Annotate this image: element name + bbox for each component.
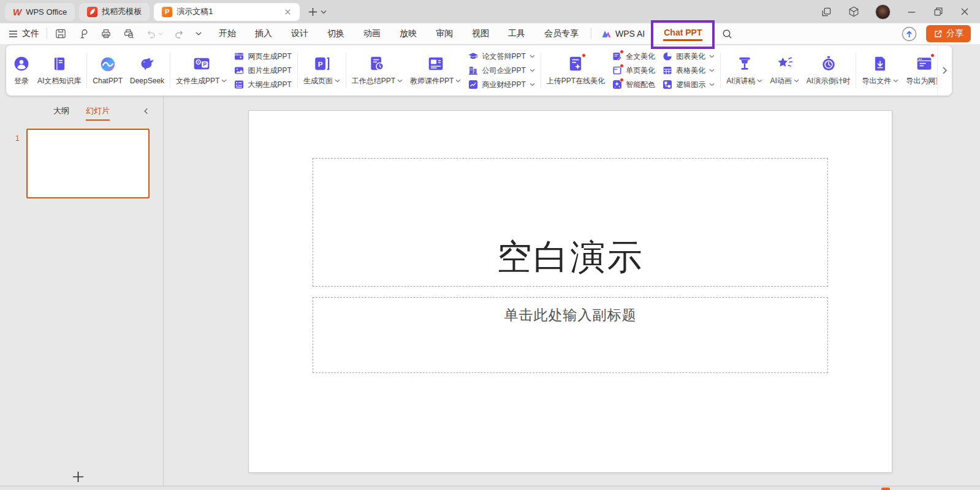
deepseek-button[interactable]: DeepSeek: [130, 56, 164, 85]
trend-chart-icon: [468, 80, 478, 89]
export-web-label: 导出为网页: [906, 76, 937, 86]
ai-speech-button[interactable]: AI演讲稿: [726, 55, 762, 86]
full-text-beautify-label: 全文美化: [626, 51, 655, 62]
chart-beautify-item[interactable]: 图表美化: [663, 51, 715, 62]
company-ppt-item[interactable]: 公司企业PPT: [468, 65, 534, 77]
work-summary-ppt-button[interactable]: 工作总结PPT: [352, 55, 403, 86]
minimize-icon[interactable]: [906, 6, 917, 18]
chevron-down-icon: [335, 79, 340, 83]
menu-item-insert[interactable]: 插入: [255, 28, 272, 39]
menu-item-slideshow[interactable]: 放映: [400, 28, 417, 39]
building-icon: [468, 66, 478, 75]
export-web-button[interactable]: 导出为网页: [906, 55, 937, 86]
logic-diagram-item[interactable]: 逻辑图示: [663, 79, 715, 91]
tab-slides[interactable]: 幻灯片: [86, 105, 110, 121]
save-icon[interactable]: [55, 28, 67, 40]
print-icon[interactable]: [100, 28, 112, 40]
doc-pencil-icon: [612, 51, 622, 61]
search-icon[interactable]: [721, 28, 733, 40]
file-to-ppt-button[interactable]: P 文件生成PPT: [176, 55, 227, 86]
single-page-icon: [612, 66, 622, 75]
menu-item-transition[interactable]: 切换: [327, 28, 344, 39]
ai-doc-knowledge-base-label: AI文档知识库: [37, 76, 81, 86]
add-slide-button[interactable]: [72, 470, 85, 483]
business-finance-ppt-item[interactable]: 商业财经PPT: [468, 79, 534, 91]
file-menu-button[interactable]: 文件: [9, 28, 39, 39]
ai-animation-button[interactable]: AI动画: [770, 55, 799, 86]
outline-to-ppt-item[interactable]: 大纲生成PPT: [234, 79, 291, 91]
tab-wps-office[interactable]: W WPS Office: [5, 3, 75, 21]
ribbon-expand-button[interactable]: [937, 45, 952, 96]
web-to-ppt-label: 网页生成PPT: [248, 51, 291, 62]
menu-item-animation[interactable]: 动画: [363, 28, 381, 39]
image-to-ppt-item[interactable]: 图片生成PPT: [234, 65, 291, 77]
full-text-beautify-item[interactable]: 全文美化: [612, 51, 655, 62]
titlebar: W WPS Office 找稻壳模板 P 演示文稿1: [0, 0, 980, 23]
chart-beautify-label: 图表美化: [676, 51, 705, 62]
upload-beautify-label: 上传PPT在线美化: [547, 76, 605, 86]
undo-button[interactable]: [145, 28, 163, 40]
wps-ai-logo-icon: [601, 29, 612, 39]
integration-cube-icon[interactable]: [848, 6, 860, 18]
subtitle-placeholder[interactable]: 单击此处输入副标题: [313, 297, 828, 373]
divider: [47, 28, 47, 39]
collapse-panel-icon[interactable]: [143, 108, 150, 115]
subtitle-text: 单击此处输入副标题: [504, 306, 637, 325]
tab-presentation1[interactable]: P 演示文稿1: [154, 3, 300, 21]
file-to-ppt-label: 文件生成PPT: [176, 76, 219, 86]
close-window-icon[interactable]: [959, 6, 970, 17]
menu-item-tools[interactable]: 工具: [508, 28, 525, 39]
thesis-defense-ppt-item[interactable]: 论文答辩PPT: [468, 51, 534, 62]
user-avatar[interactable]: [875, 4, 891, 20]
upload-beautify-button[interactable]: 上传PPT在线美化: [547, 55, 605, 86]
beautify-stack-2: 图表美化 表格美化 逻辑图示: [663, 51, 715, 91]
generate-page-button[interactable]: P 生成页面: [303, 55, 340, 86]
menu-item-chat-ppt[interactable]: Chat PPT: [663, 26, 702, 41]
table-beautify-item[interactable]: 表格美化: [663, 65, 715, 77]
tab-docer-label: 找稻壳模板: [102, 6, 142, 17]
restore-window-icon[interactable]: [933, 6, 944, 17]
title-placeholder[interactable]: 空白演示: [313, 158, 828, 287]
teacher-courseware-ppt-button[interactable]: 教师课件PPT: [410, 55, 461, 86]
share-button[interactable]: 分享: [926, 25, 971, 42]
ai-doc-knowledge-base-button[interactable]: AI文档知识库: [37, 55, 81, 86]
menu-item-view[interactable]: 视图: [472, 28, 489, 39]
menu-item-member[interactable]: 会员专享: [544, 28, 579, 39]
ai-countdown-button[interactable]: AI演示倒计时: [807, 55, 850, 86]
svg-text:P: P: [203, 61, 207, 67]
export-file-label: 导出文件: [862, 76, 891, 86]
graduation-cap-icon: [468, 51, 478, 61]
chatppt-logo-icon: [99, 56, 116, 73]
new-tab-button[interactable]: [308, 7, 318, 17]
chatppt-label: ChatPPT: [93, 77, 123, 85]
workspace-icon[interactable]: [821, 6, 832, 18]
menu-item-wps-ai[interactable]: WPS AI: [601, 29, 645, 39]
flowchart-icon: [663, 80, 672, 89]
menu-item-home[interactable]: 开始: [219, 28, 236, 39]
export-pdf-icon[interactable]: [77, 28, 89, 40]
login-button[interactable]: 登录: [13, 55, 30, 86]
chevron-down-icon: [709, 55, 715, 58]
print-preview-icon[interactable]: [123, 28, 135, 40]
editing-canvas: 空白演示 单击此处输入副标题: [164, 97, 980, 486]
tab-outline[interactable]: 大纲: [53, 105, 69, 121]
web-to-ppt-item[interactable]: 网页生成PPT: [234, 51, 291, 62]
tab-list-chevron-icon[interactable]: [321, 10, 327, 14]
slide-editing-area[interactable]: 空白演示 单击此处输入副标题: [249, 111, 892, 472]
qat-customize-chevron-icon[interactable]: [196, 32, 202, 36]
close-tab-icon[interactable]: [284, 8, 292, 16]
menu-item-review[interactable]: 审阅: [436, 28, 453, 39]
chevron-down-icon: [709, 69, 715, 72]
smart-color-item[interactable]: 智能配色: [612, 79, 655, 91]
chatppt-button[interactable]: ChatPPT: [93, 56, 123, 85]
cloud-upload-icon[interactable]: [902, 26, 917, 42]
ribbon-group-generate-page: P 生成页面: [298, 55, 346, 86]
menubar: 文件 开始 插入 设计 切换 动画 放映 审阅 视图: [0, 23, 980, 44]
redo-button[interactable]: [173, 28, 185, 40]
single-page-beautify-item[interactable]: 单页美化: [612, 65, 655, 77]
export-file-button[interactable]: 导出文件: [862, 55, 898, 86]
slide-thumbnail[interactable]: [26, 129, 150, 198]
tab-docer-templates[interactable]: 找稻壳模板: [79, 3, 150, 21]
svg-text:P: P: [317, 59, 322, 68]
menu-item-design[interactable]: 设计: [291, 28, 308, 39]
